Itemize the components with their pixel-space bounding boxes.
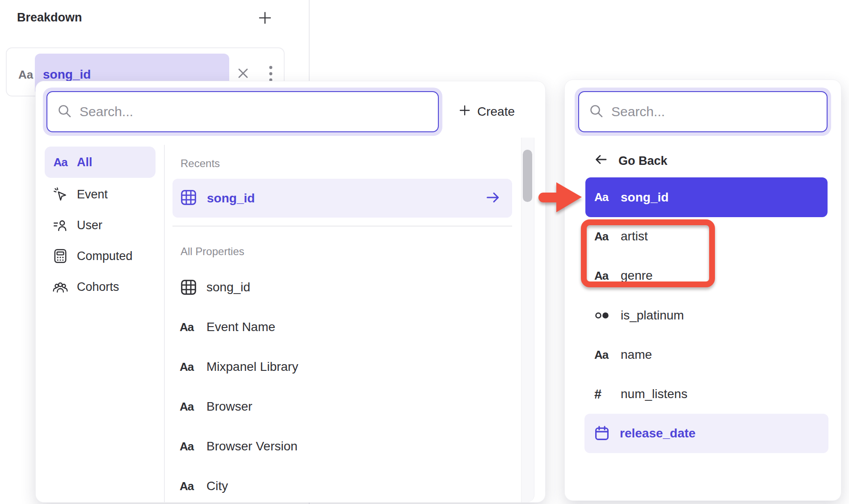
- property-row-song-id[interactable]: song_id: [172, 273, 503, 302]
- value-row-name[interactable]: Aa name: [585, 340, 828, 370]
- value-name: release_date: [620, 426, 696, 441]
- property-name: Browser Version: [206, 439, 298, 454]
- search-icon: [57, 104, 71, 120]
- text-type-icon: Aa: [180, 400, 193, 414]
- go-back-label: Go Back: [618, 154, 668, 168]
- sidebar-item-label: Computed: [77, 249, 133, 263]
- sidebar-item-label: All: [77, 155, 92, 169]
- value-row-genre[interactable]: Aa genre: [585, 261, 828, 290]
- property-row-browser[interactable]: Aa Browser: [172, 392, 503, 421]
- property-name: Browser: [206, 399, 252, 414]
- value-name: song_id: [621, 190, 668, 205]
- property-picker-popup: Create Aa All Event User: [36, 81, 545, 502]
- search-field: [46, 91, 439, 132]
- breakdown-options-button[interactable]: [265, 65, 277, 83]
- go-back-button[interactable]: Go Back: [590, 151, 671, 171]
- property-value-popup: Go Back Aa song_id Aa artist Aa genre is…: [565, 80, 841, 500]
- sidebar-divider: [164, 145, 165, 502]
- sidebar-item-all[interactable]: Aa All: [45, 147, 156, 178]
- property-row-mixpanel-library[interactable]: Aa Mixpanel Library: [172, 352, 503, 382]
- list-divider: [172, 226, 512, 227]
- text-type-icon: Aa: [594, 269, 608, 283]
- table-grid-icon: [180, 278, 199, 296]
- value-name: artist: [621, 229, 648, 244]
- user-list-icon: [52, 217, 69, 233]
- text-type-icon: Aa: [594, 348, 608, 362]
- breakdown-property-name: song_id: [43, 67, 91, 82]
- cursor-click-icon: [52, 186, 69, 202]
- search-input[interactable]: [80, 104, 429, 119]
- search-focus-ring: [575, 88, 831, 136]
- search-input[interactable]: [611, 104, 818, 119]
- sidebar-item-label: User: [77, 218, 102, 232]
- property-name: City: [206, 479, 228, 493]
- add-breakdown-button[interactable]: [256, 9, 274, 28]
- value-row-artist[interactable]: Aa artist: [585, 222, 828, 251]
- all-properties-section-label: All Properties: [181, 245, 244, 258]
- people-group-icon: [52, 279, 69, 295]
- text-type-icon: Aa: [180, 440, 193, 454]
- arrow-left-icon: [593, 152, 609, 170]
- sidebar-item-computed[interactable]: Computed: [45, 240, 156, 272]
- property-name: Mixpanel Library: [206, 360, 298, 374]
- number-type-icon: #: [594, 387, 601, 402]
- property-row-city[interactable]: Aa City: [172, 471, 503, 501]
- close-icon: [237, 67, 249, 81]
- text-type-icon: Aa: [180, 320, 193, 334]
- value-name: genre: [621, 269, 653, 283]
- recent-property-name: song_id: [207, 191, 255, 206]
- text-type-icon: Aa: [53, 155, 67, 169]
- property-name: song_id: [206, 280, 250, 294]
- sidebar-item-label: Cohorts: [77, 280, 119, 294]
- text-type-icon: Aa: [180, 360, 193, 374]
- text-type-icon: Aa: [594, 230, 608, 244]
- sidebar-item-event[interactable]: Event: [45, 179, 156, 210]
- value-row-num-listens[interactable]: # num_listens: [585, 379, 828, 409]
- calendar-icon: [593, 425, 613, 442]
- calculator-icon: [52, 248, 69, 264]
- remove-breakdown-button[interactable]: [235, 66, 251, 81]
- sidebar-item-user[interactable]: User: [45, 210, 156, 241]
- recents-section-label: Recents: [181, 157, 220, 170]
- property-name: Event Name: [206, 320, 275, 334]
- property-row-event-name[interactable]: Aa Event Name: [172, 312, 503, 342]
- sidebar-item-cohorts[interactable]: Cohorts: [45, 271, 156, 302]
- value-row-release-date[interactable]: release_date: [584, 414, 828, 453]
- value-name: name: [621, 348, 652, 362]
- plus-icon: [458, 104, 471, 120]
- value-row-is-platinum[interactable]: is_platinum: [585, 301, 828, 330]
- arrow-right-icon: [484, 189, 501, 207]
- search-icon: [589, 104, 603, 120]
- boolean-type-icon: [594, 308, 614, 323]
- value-row-song-id-selected[interactable]: Aa song_id: [585, 177, 828, 217]
- create-button-label: Create: [477, 105, 515, 119]
- property-row-browser-version[interactable]: Aa Browser Version: [172, 432, 503, 461]
- value-name: is_platinum: [621, 308, 684, 323]
- create-property-button[interactable]: Create: [454, 99, 519, 124]
- value-name: num_listens: [621, 387, 687, 401]
- search-field: [578, 91, 828, 132]
- recent-property-song-id[interactable]: song_id: [172, 179, 512, 218]
- text-type-icon: Aa: [18, 68, 33, 82]
- text-type-icon: Aa: [180, 479, 193, 493]
- search-focus-ring: [43, 88, 442, 136]
- plus-icon: [257, 10, 273, 27]
- breakdown-section-title: Breakdown: [17, 11, 82, 25]
- text-type-icon: Aa: [594, 190, 608, 204]
- table-grid-icon: [180, 189, 198, 208]
- sidebar-item-label: Event: [77, 188, 108, 202]
- scrollbar-thumb[interactable]: [523, 150, 532, 202]
